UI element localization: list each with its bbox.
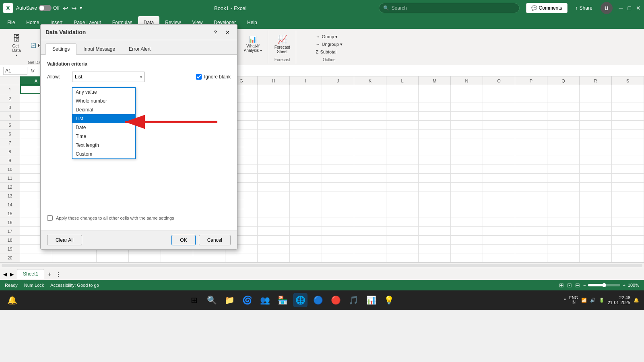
ok-button[interactable]: OK bbox=[171, 235, 195, 245]
dropdown-item-time[interactable]: Time bbox=[72, 132, 135, 141]
apply-changes-row: Apply these changes to all other cells w… bbox=[47, 215, 231, 221]
ignore-blank-label: Ignore blank bbox=[204, 74, 231, 80]
dropdown-item-any-value[interactable]: Any value bbox=[72, 88, 135, 97]
dropdown-item-text-length[interactable]: Text length bbox=[72, 141, 135, 150]
allow-select[interactable]: Any value Whole number Decimal List Date… bbox=[72, 72, 144, 82]
dialog-help-btn[interactable]: ? bbox=[211, 28, 220, 37]
dialog-tabs: Settings Input Message Error Alert bbox=[41, 40, 237, 55]
dropdown-item-date[interactable]: Date bbox=[72, 123, 135, 132]
dialog-title: Data Validation bbox=[45, 29, 86, 35]
apply-changes-label: Apply these changes to all other cells w… bbox=[56, 216, 174, 220]
dropdown-item-custom[interactable]: Custom bbox=[72, 150, 135, 158]
dialog-footer: Clear All OK Cancel bbox=[41, 230, 237, 249]
dialog-titlebar: Data Validation ? ✕ bbox=[41, 25, 237, 40]
ignore-blank-row: Ignore blank bbox=[196, 74, 231, 80]
dialog-close-btn[interactable]: ✕ bbox=[223, 28, 232, 37]
dropdown-item-whole-number[interactable]: Whole number bbox=[72, 97, 135, 105]
dialog-action-buttons: OK Cancel bbox=[171, 235, 231, 245]
dialog-overlay: Data Validation ? ✕ Settings Input Messa… bbox=[0, 0, 644, 362]
allow-label: Allow: bbox=[47, 74, 67, 80]
cancel-button[interactable]: Cancel bbox=[199, 235, 231, 245]
dropdown-list-container: Any value Whole number Decimal List Date… bbox=[72, 87, 136, 159]
dialog-tab-error-alert[interactable]: Error Alert bbox=[122, 43, 157, 54]
dialog-body: Validation criteria Allow: Any value Who… bbox=[41, 55, 237, 230]
dropdown-item-list[interactable]: List bbox=[72, 114, 135, 123]
ignore-blank-checkbox[interactable] bbox=[196, 74, 202, 80]
dropdown-item-decimal[interactable]: Decimal bbox=[72, 105, 135, 114]
dropdown-list: Any value Whole number Decimal List Date… bbox=[72, 87, 136, 159]
dialog-controls: ? ✕ bbox=[211, 28, 232, 37]
dialog-tab-input-message[interactable]: Input Message bbox=[76, 43, 122, 54]
validation-criteria-label: Validation criteria bbox=[47, 61, 231, 67]
allow-select-container: Any value Whole number Decimal List Date… bbox=[72, 72, 144, 82]
clear-all-button[interactable]: Clear All bbox=[47, 235, 82, 245]
allow-row: Allow: Any value Whole number Decimal Li… bbox=[47, 72, 231, 82]
dialog-tab-settings[interactable]: Settings bbox=[45, 43, 76, 55]
apply-changes-checkbox[interactable] bbox=[47, 215, 53, 221]
data-validation-dialog: Data Validation ? ✕ Settings Input Messa… bbox=[40, 24, 237, 250]
